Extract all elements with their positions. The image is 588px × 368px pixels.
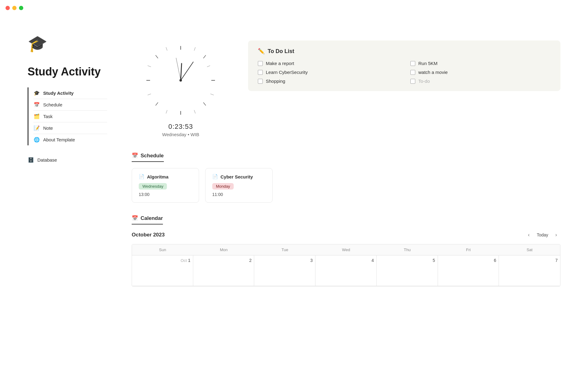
cal-cell-oct4[interactable]: 4 bbox=[315, 255, 377, 286]
calendar-next-button[interactable]: › bbox=[552, 231, 560, 239]
todo-checkbox-cybersecurity[interactable] bbox=[258, 70, 263, 75]
schedule-card-algoritma: 📄 Algoritma Wednesday 13:00 bbox=[132, 168, 199, 203]
sidebar: 🎓 Study Activity 🎓 Study Activity 📅 Sche… bbox=[28, 16, 107, 368]
sidebar-item-task[interactable]: 🗂️ Task bbox=[33, 111, 107, 122]
clock-section: 0:23:53 Wednesday • WIB bbox=[132, 40, 230, 137]
todo-item-run-5km: Run 5KM bbox=[410, 61, 551, 66]
svg-point-19 bbox=[179, 79, 182, 82]
sidebar-item-about-template[interactable]: 🌐 About Template bbox=[33, 134, 107, 145]
svg-line-12 bbox=[166, 110, 167, 113]
todo-label-run-5km: Run 5KM bbox=[418, 61, 438, 66]
card-time-cybersecurity: 11:00 bbox=[212, 192, 266, 197]
todo-checkbox-todo[interactable] bbox=[410, 79, 415, 84]
sidebar-database-label: Database bbox=[37, 157, 57, 163]
sidebar-item-note[interactable]: 📝 Note bbox=[33, 122, 107, 134]
card-badge-cybersecurity: Monday bbox=[212, 183, 234, 190]
about-template-icon: 🌐 bbox=[33, 137, 40, 143]
calendar-month-title: October 2023 bbox=[132, 232, 165, 238]
main-content: 0:23:53 Wednesday • WIB ✏️ To Do List Ma… bbox=[107, 16, 560, 368]
cal-cell-oct6[interactable]: 6 bbox=[438, 255, 499, 286]
top-section: 0:23:53 Wednesday • WIB ✏️ To Do List Ma… bbox=[132, 40, 560, 137]
app-logo: 🎓 bbox=[28, 34, 107, 53]
svg-line-18 bbox=[176, 58, 181, 80]
card-time-algoritma: 13:00 bbox=[139, 192, 192, 197]
todo-checkbox-shopping[interactable] bbox=[258, 79, 263, 84]
svg-line-5 bbox=[156, 102, 158, 105]
sidebar-item-note-label: Note bbox=[43, 125, 53, 131]
sidebar-item-about-template-label: About Template bbox=[43, 137, 75, 142]
page-title: Study Activity bbox=[28, 65, 107, 78]
cal-cell-oct1[interactable]: Oct 1 bbox=[132, 255, 193, 286]
clock-svg bbox=[141, 40, 221, 120]
todo-label-todo: To-do bbox=[418, 79, 430, 84]
todo-item-shopping: Shopping bbox=[258, 79, 398, 84]
cal-day-wed: Wed bbox=[315, 244, 377, 255]
schedule-tab[interactable]: 📅 Schedule bbox=[132, 152, 164, 162]
clock-time: 0:23:53 bbox=[168, 123, 193, 131]
sidebar-item-study-activity-label: Study Activity bbox=[43, 90, 74, 96]
sidebar-database[interactable]: 🗄️ Database bbox=[28, 154, 107, 166]
todo-label-make-report: Make a report bbox=[266, 61, 294, 66]
note-icon: 📝 bbox=[33, 125, 40, 131]
cal-cell-oct3[interactable]: 3 bbox=[254, 255, 315, 286]
sidebar-item-schedule[interactable]: 📅 Schedule bbox=[33, 99, 107, 111]
todo-label-cybersecurity: Learn CyberSecurity bbox=[266, 70, 308, 75]
cal-day-thu: Thu bbox=[377, 244, 438, 255]
sidebar-nav: 🎓 Study Activity 📅 Schedule 🗂️ Task 📝 No… bbox=[28, 87, 107, 145]
calendar-tab-icon: 📅 bbox=[132, 215, 138, 221]
todo-checkbox-make-report[interactable] bbox=[258, 61, 263, 66]
cal-cell-oct5[interactable]: 5 bbox=[377, 255, 438, 286]
clock-face bbox=[141, 40, 221, 120]
sidebar-item-schedule-label: Schedule bbox=[43, 102, 62, 107]
calendar-body: Oct 1 2 3 4 5 6 7 bbox=[132, 255, 560, 286]
calendar-tab[interactable]: 📅 Calendar bbox=[132, 215, 163, 224]
svg-line-9 bbox=[207, 66, 210, 67]
schedule-section: 📅 Schedule 📄 Algoritma Wednesday 13:00 📄 bbox=[132, 152, 560, 203]
card-icon-cybersecurity: 📄 bbox=[212, 174, 218, 179]
calendar-prev-button[interactable]: ‹ bbox=[525, 231, 533, 239]
card-title-cybersecurity: 📄 Cyber Security bbox=[212, 174, 266, 179]
schedule-cards: 📄 Algoritma Wednesday 13:00 📄 Cyber Secu… bbox=[132, 168, 560, 203]
app-container: 🎓 Study Activity 🎓 Study Activity 📅 Sche… bbox=[0, 16, 588, 368]
todo-item-cybersecurity: Learn CyberSecurity bbox=[258, 70, 398, 75]
close-button[interactable] bbox=[6, 6, 10, 10]
svg-line-3 bbox=[203, 102, 206, 105]
svg-line-1 bbox=[203, 55, 206, 58]
calendar-header-row: October 2023 ‹ Today › bbox=[132, 231, 560, 239]
cal-day-sun: Sun bbox=[132, 244, 193, 255]
todo-checkbox-watch-movie[interactable] bbox=[410, 70, 415, 75]
todo-title: To Do List bbox=[268, 48, 294, 55]
schedule-tab-icon: 📅 bbox=[132, 152, 138, 159]
study-activity-icon: 🎓 bbox=[33, 90, 40, 96]
todo-label-shopping: Shopping bbox=[266, 79, 285, 84]
sidebar-item-task-label: Task bbox=[43, 114, 53, 119]
fullscreen-button[interactable] bbox=[19, 6, 23, 10]
svg-line-16 bbox=[181, 63, 182, 80]
schedule-icon: 📅 bbox=[33, 102, 40, 108]
calendar-today-label[interactable]: Today bbox=[537, 232, 548, 237]
svg-line-14 bbox=[148, 66, 151, 67]
schedule-card-cybersecurity: 📄 Cyber Security Monday 11:00 bbox=[205, 168, 273, 203]
cal-cell-oct7[interactable]: 7 bbox=[499, 255, 560, 286]
svg-line-11 bbox=[194, 110, 195, 113]
titlebar bbox=[0, 0, 588, 16]
card-name-cybersecurity: Cyber Security bbox=[221, 174, 253, 179]
minimize-button[interactable] bbox=[12, 6, 17, 10]
sidebar-item-study-activity[interactable]: 🎓 Study Activity bbox=[33, 87, 107, 99]
task-icon: 🗂️ bbox=[33, 113, 40, 119]
card-icon-algoritma: 📄 bbox=[139, 174, 145, 179]
cal-cell-oct2[interactable]: 2 bbox=[193, 255, 254, 286]
todo-label-watch-movie: watch a movie bbox=[418, 70, 448, 75]
database-icon: 🗄️ bbox=[28, 157, 34, 163]
cal-day-fri: Fri bbox=[438, 244, 499, 255]
todo-section: ✏️ To Do List Make a report Run 5KM bbox=[248, 40, 560, 91]
todo-item-watch-movie: watch a movie bbox=[410, 70, 551, 75]
svg-line-10 bbox=[210, 94, 214, 95]
calendar-tab-label: Calendar bbox=[141, 215, 163, 221]
card-name-algoritma: Algoritma bbox=[147, 174, 168, 179]
calendar-nav: ‹ Today › bbox=[525, 231, 560, 239]
calendar-section: 📅 Calendar October 2023 ‹ Today › Sun Mo… bbox=[132, 215, 560, 286]
clock-date: Wednesday • WIB bbox=[162, 132, 199, 137]
todo-checkbox-run-5km[interactable] bbox=[410, 61, 415, 66]
cal-day-sat: Sat bbox=[499, 244, 560, 255]
